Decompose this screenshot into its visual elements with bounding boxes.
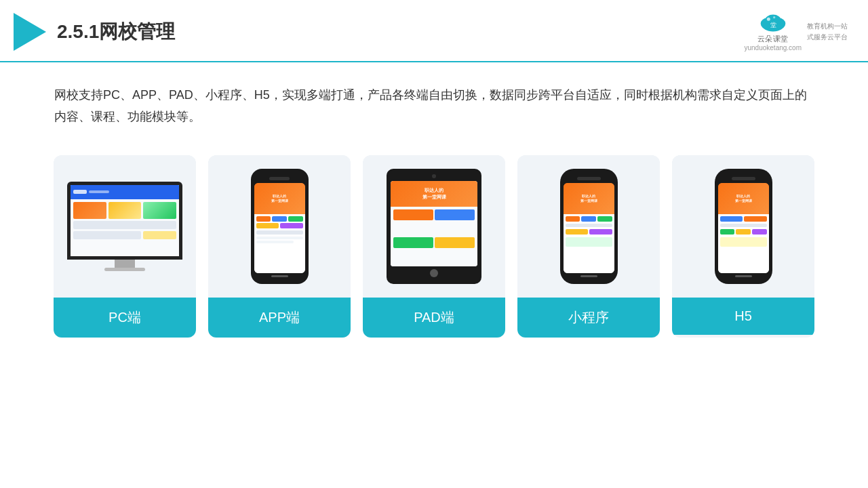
brand-domain: yunduoketang.com	[744, 44, 802, 52]
pc-label: PC端	[54, 298, 196, 338]
app-image-area: 职达人的第一堂网课	[208, 155, 351, 298]
brand-name: 云朵课堂	[757, 34, 789, 44]
miniapp-image-area: 职达人的第一堂网课	[517, 155, 660, 298]
h5-card: 职达人的第一堂网课	[672, 155, 814, 338]
logo-triangle-icon	[14, 13, 46, 51]
device-cards: PC端 职达人的第一堂网课	[0, 142, 868, 351]
pad-label: PAD端	[363, 298, 505, 338]
page-title: 2.5.1网校管理	[57, 19, 175, 45]
brand-logo: 堂 云朵课堂 yunduoketang.com	[744, 12, 802, 52]
header-right: 堂 云朵课堂 yunduoketang.com 教育机构一站 式服务云平台	[744, 12, 848, 52]
pad-image-area: 职达人的第一堂网课	[363, 155, 505, 298]
miniapp-phone-mockup: 职达人的第一堂网课	[560, 169, 618, 284]
header-left: 2.5.1网校管理	[14, 13, 175, 51]
pc-card: PC端	[54, 155, 196, 338]
miniapp-label: 小程序	[517, 298, 660, 338]
header: 2.5.1网校管理 堂 云朵课堂 yunduoketang.com 教育机构一站…	[0, 0, 868, 62]
svg-text:堂: 堂	[770, 22, 776, 28]
pad-card: 职达人的第一堂网课 PAD端	[363, 155, 505, 338]
h5-phone-mockup: 职达人的第一堂网课	[715, 169, 772, 284]
brand-slogan-text: 教育机构一站 式服务云平台	[807, 21, 848, 43]
description-text: 网校支持PC、APP、PAD、小程序、H5，实现多端打通，产品各终端自由切换，数…	[0, 62, 868, 142]
svg-point-5	[773, 16, 775, 18]
h5-image-area: 职达人的第一堂网课	[672, 155, 814, 298]
svg-point-4	[767, 18, 770, 21]
miniapp-card: 职达人的第一堂网课	[517, 155, 660, 338]
h5-label: H5	[672, 298, 814, 335]
pc-mockup	[67, 182, 182, 271]
app-label: APP端	[208, 298, 351, 338]
cloud-icon: 堂	[756, 12, 790, 34]
pad-tablet-mockup: 职达人的第一堂网课	[387, 169, 481, 284]
app-phone-mockup: 职达人的第一堂网课	[251, 169, 309, 284]
app-card: 职达人的第一堂网课	[208, 155, 351, 338]
pc-image-area	[54, 155, 196, 298]
